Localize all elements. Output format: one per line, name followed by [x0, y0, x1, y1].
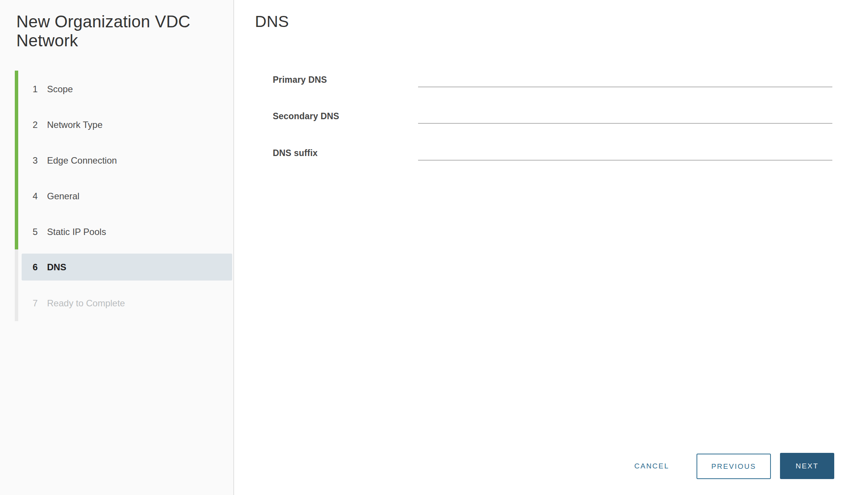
step-label: Ready to Complete: [47, 298, 125, 309]
cancel-button[interactable]: CANCEL: [631, 458, 673, 475]
step-label: Network Type: [47, 120, 102, 130]
step-item-ready-to-complete: 7 Ready to Complete: [0, 285, 232, 321]
step-label: Scope: [47, 84, 73, 95]
primary-dns-input[interactable]: [418, 72, 832, 87]
step-label: Edge Connection: [47, 155, 117, 166]
primary-dns-label: Primary DNS: [273, 72, 327, 87]
step-number: 6: [33, 262, 47, 273]
dns-suffix-input[interactable]: [418, 145, 832, 161]
next-button[interactable]: NEXT: [780, 453, 834, 479]
step-number: 3: [33, 155, 47, 166]
secondary-dns-input[interactable]: [418, 109, 832, 124]
wizard-title: New Organization VDC Network: [16, 12, 210, 50]
step-label: General: [47, 191, 79, 202]
step-number: 5: [33, 227, 47, 237]
wizard-steps-sidebar: New Organization VDC Network 1 Scope 2 N…: [0, 0, 234, 495]
previous-button[interactable]: PREVIOUS: [697, 454, 771, 479]
step-number: 2: [33, 120, 47, 130]
dns-suffix-label: DNS suffix: [273, 145, 318, 161]
page-title: DNS: [255, 13, 289, 31]
step-item-edge-connection[interactable]: 3 Edge Connection: [0, 143, 232, 178]
step-number: 7: [33, 298, 47, 309]
step-number: 1: [33, 84, 47, 95]
step-label: DNS: [47, 262, 66, 273]
secondary-dns-label: Secondary DNS: [273, 109, 339, 124]
step-number: 4: [33, 191, 47, 202]
step-item-network-type[interactable]: 2 Network Type: [0, 107, 232, 143]
step-item-general[interactable]: 4 General: [0, 178, 232, 214]
step-item-dns-active[interactable]: 6 DNS: [22, 254, 232, 281]
step-label: Static IP Pools: [47, 227, 106, 237]
step-item-static-ip-pools[interactable]: 5 Static IP Pools: [0, 214, 232, 250]
step-item-scope[interactable]: 1 Scope: [0, 71, 232, 107]
